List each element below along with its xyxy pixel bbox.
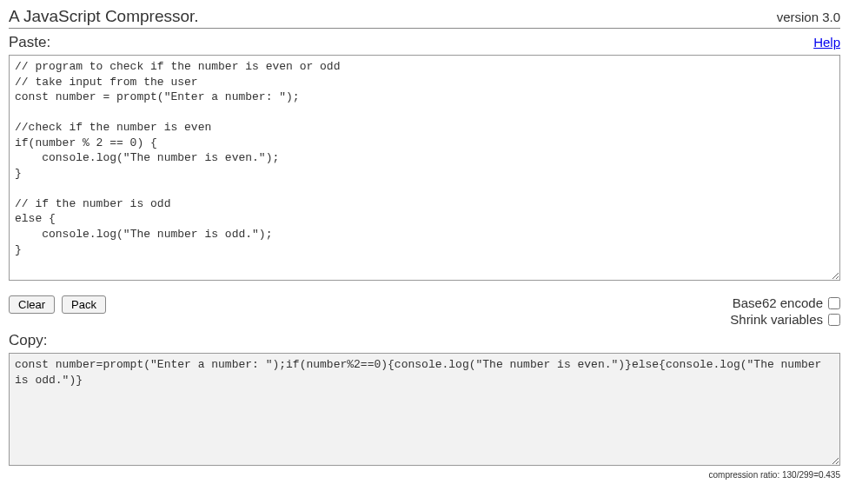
shrink-checkbox[interactable]	[828, 314, 840, 326]
button-group: Clear Pack	[9, 295, 106, 314]
help-link[interactable]: Help	[813, 35, 840, 50]
base62-option-row: Base62 encode	[730, 295, 840, 310]
base62-label: Base62 encode	[733, 295, 823, 310]
shrink-option-row: Shrink variables	[730, 312, 840, 327]
compression-ratio: compression ratio: 130/299=0.435	[9, 470, 840, 480]
page-title: A JavaScript Compressor.	[9, 7, 199, 26]
version-label: version 3.0	[777, 10, 840, 24]
header: A JavaScript Compressor. version 3.0	[9, 7, 840, 29]
output-textarea[interactable]	[9, 353, 840, 466]
clear-button[interactable]: Clear	[9, 295, 55, 314]
paste-label: Paste:	[9, 34, 50, 51]
options-group: Base62 encode Shrink variables	[730, 295, 840, 328]
shrink-label: Shrink variables	[730, 312, 823, 327]
base62-checkbox[interactable]	[828, 297, 840, 309]
copy-label: Copy:	[9, 332, 840, 349]
paste-header-row: Paste: Help	[9, 34, 840, 51]
controls-row: Clear Pack Base62 encode Shrink variable…	[9, 295, 840, 328]
pack-button[interactable]: Pack	[62, 295, 106, 314]
input-textarea[interactable]	[9, 55, 840, 281]
